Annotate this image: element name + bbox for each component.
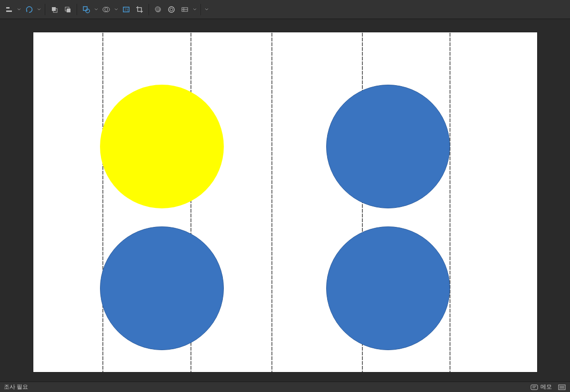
align-tool-dropdown[interactable]	[16, 3, 22, 16]
canvas[interactable]	[33, 32, 537, 372]
layout-tool[interactable]	[179, 3, 191, 16]
filter-tool[interactable]	[165, 3, 178, 16]
svg-point-11	[155, 7, 160, 11]
guide-horizontal[interactable]	[33, 200, 537, 201]
workspace[interactable]	[0, 19, 570, 382]
rotate-tool-dropdown[interactable]	[36, 3, 42, 16]
toolbar-separator	[45, 4, 45, 15]
shadow-tool[interactable]	[152, 3, 164, 16]
toolbar-separator	[77, 4, 77, 15]
shape-circle[interactable]	[100, 226, 224, 350]
view-mode-icon[interactable]	[558, 384, 566, 391]
guide-vertical[interactable]	[271, 32, 272, 372]
intersect-tool-dropdown[interactable]	[113, 3, 119, 16]
arrange-front-tool[interactable]	[48, 3, 60, 16]
memo-toggle[interactable]: 메모	[530, 383, 552, 391]
svg-text:가: 가	[124, 8, 128, 12]
intersect-tool[interactable]	[100, 3, 112, 16]
svg-rect-4	[83, 7, 87, 10]
guide-horizontal[interactable]	[33, 111, 537, 112]
shape-circle[interactable]	[100, 85, 224, 208]
svg-rect-2	[67, 9, 70, 12]
toolbar-separator	[200, 4, 201, 15]
svg-point-12	[169, 7, 174, 12]
textbox-tool[interactable]: 가	[120, 3, 132, 16]
status-right: 메모	[530, 383, 566, 391]
rotate-tool[interactable]	[23, 3, 35, 16]
shape-circle[interactable]	[326, 85, 450, 208]
layout-tool-dropdown[interactable]	[192, 3, 198, 16]
memo-label: 메모	[540, 383, 552, 391]
statusbar: 조사 필요 메모	[0, 382, 570, 392]
guide-vertical[interactable]	[450, 32, 450, 372]
svg-rect-17	[531, 385, 538, 390]
svg-point-5	[86, 9, 90, 13]
shape-circle[interactable]	[326, 226, 450, 350]
shape-tool[interactable]	[80, 3, 92, 16]
arrange-back-tool[interactable]	[61, 3, 74, 16]
toolbar-separator	[149, 4, 149, 15]
svg-rect-0	[52, 7, 56, 11]
svg-rect-21	[560, 386, 564, 389]
memo-icon	[530, 384, 539, 391]
overflow-dropdown[interactable]	[204, 3, 210, 16]
shape-tool-dropdown[interactable]	[93, 3, 99, 16]
svg-point-13	[170, 8, 173, 11]
status-left-text: 조사 필요	[4, 383, 28, 391]
guide-vertical[interactable]	[102, 32, 103, 372]
align-tool[interactable]	[3, 3, 15, 16]
crop-tool[interactable]	[133, 3, 146, 16]
toolbar: 가	[0, 0, 570, 19]
guide-horizontal[interactable]	[33, 365, 537, 366]
